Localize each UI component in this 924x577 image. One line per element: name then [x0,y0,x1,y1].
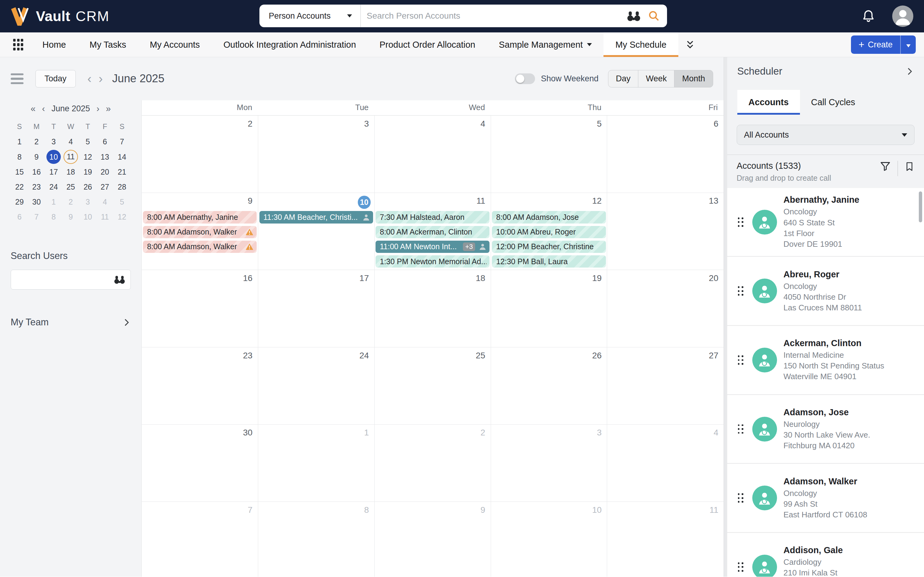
day-cell[interactable]: 8 [258,502,374,577]
calendar-event[interactable]: 12:30 PM Ball, Laura [492,255,606,268]
search-scope-dropdown[interactable]: Person Accounts [259,5,360,27]
calendar-event[interactable]: 10:00 AM Abreu, Roger [492,226,606,238]
mini-calendar-day[interactable]: 12 [81,150,95,164]
next-year-button[interactable]: » [106,104,111,114]
day-cell[interactable]: 6 [607,116,723,193]
calendar-event[interactable]: 8:00 AM Abernathy, Janine [143,211,257,223]
mini-calendar-day[interactable]: 13 [98,150,112,164]
day-cell[interactable]: 19 [491,270,607,347]
mini-calendar-day[interactable]: 4 [98,195,112,209]
binoculars-icon[interactable] [113,275,125,287]
today-button[interactable]: Today [35,70,76,88]
mini-calendar-day[interactable]: 4 [64,135,78,148]
mini-calendar-day[interactable]: 28 [115,180,129,194]
accounts-filter-dropdown[interactable]: All Accounts [737,125,914,145]
double-chevron-down-icon[interactable] [685,32,695,57]
mini-calendar-day[interactable]: 11 [64,150,78,164]
nav-item-sample-management[interactable]: Sample Management [487,32,603,57]
day-cell[interactable]: 1 [258,425,374,502]
day-cell[interactable]: 23 [142,347,258,424]
prev-period-button[interactable]: ‹ [84,73,95,85]
mini-calendar-day[interactable]: 11 [98,210,112,224]
my-team-row[interactable]: My Team [11,317,131,328]
day-cell[interactable]: 16 [142,270,258,347]
account-card[interactable]: Ackerman, ClintonInternal Medicine150 No… [727,326,924,395]
view-month-button[interactable]: Month [674,70,713,88]
day-cell[interactable]: 30 [142,425,258,502]
mini-calendar-day[interactable]: 7 [115,135,129,148]
drag-handle-icon[interactable] [738,218,743,227]
mini-calendar-day[interactable]: 30 [29,195,43,209]
mini-calendar-day[interactable]: 22 [13,180,27,194]
mini-calendar-day[interactable]: 8 [47,210,61,224]
calendar-event[interactable]: 8:00 AM Adamson, Jose [492,211,606,223]
next-period-button[interactable]: › [95,73,106,85]
calendar-event[interactable]: 12:00 PM Beacher, Christine [492,241,606,253]
create-button-main[interactable]: + Create [851,40,900,50]
day-cell[interactable]: 24 [258,347,374,424]
calendar-event[interactable]: 8:00 AM Adamson, Walker [143,226,257,238]
mini-calendar-day[interactable]: 1 [13,135,27,148]
day-cell[interactable]: 9 [374,502,491,577]
day-cell[interactable]: 18 [374,270,491,347]
mini-calendar-day[interactable]: 20 [98,165,112,179]
mini-calendar-day[interactable]: 17 [47,165,61,179]
scrollbar-thumb[interactable] [919,192,922,222]
drag-handle-icon[interactable] [738,286,743,296]
mini-calendar-day[interactable]: 7 [29,210,43,224]
bookmark-icon[interactable] [905,161,914,172]
day-cell[interactable]: 3 [258,116,374,193]
day-cell[interactable]: 10 [491,502,607,577]
view-week-button[interactable]: Week [638,70,675,88]
search-icon[interactable] [648,10,660,22]
mini-calendar-day[interactable]: 2 [29,135,43,148]
day-cell[interactable]: 1011:30 AM Beacher, Christi... [258,193,374,270]
day-cell[interactable]: 4 [607,425,723,502]
day-cell[interactable]: 11 [607,502,723,577]
mini-calendar-day[interactable]: 12 [115,210,129,224]
mini-calendar-day[interactable]: 3 [47,135,61,148]
day-cell[interactable]: 128:00 AM Adamson, Jose10:00 AM Abreu, R… [491,193,607,270]
next-month-button[interactable]: › [96,104,100,114]
drag-handle-icon[interactable] [738,424,743,434]
day-cell[interactable]: 117:30 AM Halstead, Aaron8:00 AM Ackerma… [374,193,491,270]
nav-item-home[interactable]: Home [31,32,78,57]
mini-calendar-day[interactable]: 16 [29,165,43,179]
calendar-event[interactable]: 1:30 PM Newton Memorial Ad... [376,255,489,268]
show-weekend-toggle[interactable] [515,73,535,84]
tab-call-cycles[interactable]: Call Cycles [800,90,866,114]
account-card[interactable]: Adamson, JoseNeurology30 North Lake View… [727,395,924,464]
mini-calendar-day[interactable]: 26 [81,180,95,194]
mini-calendar-day[interactable]: 21 [115,165,129,179]
notifications-bell-icon[interactable] [861,9,876,24]
chevron-right-icon[interactable] [906,67,914,76]
mini-calendar-day[interactable]: 23 [29,180,43,194]
account-card[interactable]: Adamson, WalkerOncology99 Ash StEast Har… [727,464,924,533]
mini-calendar-day[interactable]: 15 [13,165,27,179]
day-cell[interactable]: 5 [491,116,607,193]
day-cell[interactable]: 98:00 AM Abernathy, Janine8:00 AM Adamso… [142,193,258,270]
day-cell[interactable]: 13 [607,193,723,270]
search-input[interactable] [361,11,627,21]
drag-handle-icon[interactable] [738,562,743,572]
day-cell[interactable]: 26 [491,347,607,424]
nav-item-my-accounts[interactable]: My Accounts [138,32,212,57]
mini-calendar-day[interactable]: 10 [81,210,95,224]
mini-calendar-day[interactable]: 24 [47,180,61,194]
day-cell[interactable]: 27 [607,347,723,424]
mini-calendar-day[interactable]: 27 [98,180,112,194]
create-dropdown-button[interactable] [901,40,916,50]
nav-item-product-order-allocation[interactable]: Product Order Allocation [368,32,487,57]
calendar-event[interactable]: 8:00 AM Ackerman, Clinton [376,226,489,238]
day-cell[interactable]: 7 [142,502,258,577]
nav-item-my-tasks[interactable]: My Tasks [78,32,138,57]
account-card[interactable]: Addison, GaleCardiology210 Imi Kala StUn… [727,533,924,577]
mini-calendar-day[interactable]: 25 [64,180,78,194]
account-card[interactable]: Abreu, RogerOncology4050 Northrise DrLas… [727,257,924,326]
mini-calendar-day[interactable]: 9 [64,210,78,224]
binoculars-icon[interactable] [627,10,641,22]
mini-calendar-day[interactable]: 9 [29,150,43,164]
day-cell[interactable]: 25 [374,347,491,424]
prev-year-button[interactable]: « [31,104,35,114]
mini-calendar-day[interactable]: 5 [81,135,95,148]
